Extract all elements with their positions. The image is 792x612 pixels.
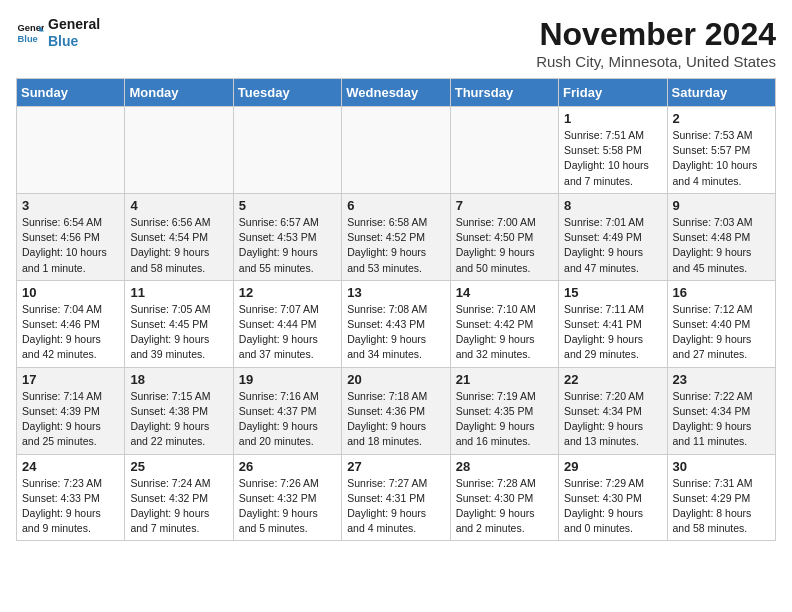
- day-detail: Sunrise: 7:05 AM Sunset: 4:45 PM Dayligh…: [130, 302, 227, 363]
- calendar-day-cell: 12Sunrise: 7:07 AM Sunset: 4:44 PM Dayli…: [233, 280, 341, 367]
- day-detail: Sunrise: 7:01 AM Sunset: 4:49 PM Dayligh…: [564, 215, 661, 276]
- day-number: 11: [130, 285, 227, 300]
- svg-text:Blue: Blue: [18, 34, 38, 44]
- day-number: 14: [456, 285, 553, 300]
- day-detail: Sunrise: 7:19 AM Sunset: 4:35 PM Dayligh…: [456, 389, 553, 450]
- day-number: 16: [673, 285, 770, 300]
- day-detail: Sunrise: 7:07 AM Sunset: 4:44 PM Dayligh…: [239, 302, 336, 363]
- day-detail: Sunrise: 7:27 AM Sunset: 4:31 PM Dayligh…: [347, 476, 444, 537]
- calendar-day-cell: 27Sunrise: 7:27 AM Sunset: 4:31 PM Dayli…: [342, 454, 450, 541]
- calendar-day-cell: 25Sunrise: 7:24 AM Sunset: 4:32 PM Dayli…: [125, 454, 233, 541]
- calendar-day-cell: 29Sunrise: 7:29 AM Sunset: 4:30 PM Dayli…: [559, 454, 667, 541]
- day-number: 9: [673, 198, 770, 213]
- calendar-day-cell: 30Sunrise: 7:31 AM Sunset: 4:29 PM Dayli…: [667, 454, 775, 541]
- day-detail: Sunrise: 7:15 AM Sunset: 4:38 PM Dayligh…: [130, 389, 227, 450]
- day-detail: Sunrise: 7:20 AM Sunset: 4:34 PM Dayligh…: [564, 389, 661, 450]
- calendar-day-cell: 18Sunrise: 7:15 AM Sunset: 4:38 PM Dayli…: [125, 367, 233, 454]
- day-detail: Sunrise: 7:29 AM Sunset: 4:30 PM Dayligh…: [564, 476, 661, 537]
- day-number: 3: [22, 198, 119, 213]
- day-detail: Sunrise: 7:12 AM Sunset: 4:40 PM Dayligh…: [673, 302, 770, 363]
- day-detail: Sunrise: 7:10 AM Sunset: 4:42 PM Dayligh…: [456, 302, 553, 363]
- logo-general: General: [48, 16, 100, 33]
- weekday-header: Monday: [125, 79, 233, 107]
- calendar-day-cell: [450, 107, 558, 194]
- day-number: 5: [239, 198, 336, 213]
- day-number: 17: [22, 372, 119, 387]
- calendar-day-cell: 15Sunrise: 7:11 AM Sunset: 4:41 PM Dayli…: [559, 280, 667, 367]
- month-title: November 2024: [536, 16, 776, 53]
- weekday-header: Friday: [559, 79, 667, 107]
- day-number: 20: [347, 372, 444, 387]
- day-number: 26: [239, 459, 336, 474]
- weekday-header: Thursday: [450, 79, 558, 107]
- day-detail: Sunrise: 7:00 AM Sunset: 4:50 PM Dayligh…: [456, 215, 553, 276]
- calendar-day-cell: 2Sunrise: 7:53 AM Sunset: 5:57 PM Daylig…: [667, 107, 775, 194]
- day-detail: Sunrise: 6:56 AM Sunset: 4:54 PM Dayligh…: [130, 215, 227, 276]
- day-number: 21: [456, 372, 553, 387]
- day-detail: Sunrise: 6:57 AM Sunset: 4:53 PM Dayligh…: [239, 215, 336, 276]
- calendar-day-cell: 17Sunrise: 7:14 AM Sunset: 4:39 PM Dayli…: [17, 367, 125, 454]
- day-number: 15: [564, 285, 661, 300]
- day-number: 4: [130, 198, 227, 213]
- calendar-day-cell: 20Sunrise: 7:18 AM Sunset: 4:36 PM Dayli…: [342, 367, 450, 454]
- calendar-day-cell: 13Sunrise: 7:08 AM Sunset: 4:43 PM Dayli…: [342, 280, 450, 367]
- day-detail: Sunrise: 7:03 AM Sunset: 4:48 PM Dayligh…: [673, 215, 770, 276]
- calendar-day-cell: 8Sunrise: 7:01 AM Sunset: 4:49 PM Daylig…: [559, 193, 667, 280]
- weekday-header: Sunday: [17, 79, 125, 107]
- day-detail: Sunrise: 7:51 AM Sunset: 5:58 PM Dayligh…: [564, 128, 661, 189]
- day-detail: Sunrise: 7:16 AM Sunset: 4:37 PM Dayligh…: [239, 389, 336, 450]
- logo-icon: General Blue: [16, 19, 44, 47]
- day-detail: Sunrise: 7:23 AM Sunset: 4:33 PM Dayligh…: [22, 476, 119, 537]
- calendar-week-row: 24Sunrise: 7:23 AM Sunset: 4:33 PM Dayli…: [17, 454, 776, 541]
- calendar-week-row: 1Sunrise: 7:51 AM Sunset: 5:58 PM Daylig…: [17, 107, 776, 194]
- calendar-day-cell: 26Sunrise: 7:26 AM Sunset: 4:32 PM Dayli…: [233, 454, 341, 541]
- day-number: 10: [22, 285, 119, 300]
- day-detail: Sunrise: 7:53 AM Sunset: 5:57 PM Dayligh…: [673, 128, 770, 189]
- day-number: 24: [22, 459, 119, 474]
- calendar-day-cell: [233, 107, 341, 194]
- day-detail: Sunrise: 7:18 AM Sunset: 4:36 PM Dayligh…: [347, 389, 444, 450]
- day-number: 8: [564, 198, 661, 213]
- calendar-day-cell: 3Sunrise: 6:54 AM Sunset: 4:56 PM Daylig…: [17, 193, 125, 280]
- day-number: 30: [673, 459, 770, 474]
- calendar-day-cell: [342, 107, 450, 194]
- weekday-header: Wednesday: [342, 79, 450, 107]
- day-detail: Sunrise: 7:14 AM Sunset: 4:39 PM Dayligh…: [22, 389, 119, 450]
- logo-blue: Blue: [48, 33, 100, 50]
- title-area: November 2024 Rush City, Minnesota, Unit…: [536, 16, 776, 70]
- logo: General Blue General Blue: [16, 16, 100, 50]
- calendar-day-cell: 28Sunrise: 7:28 AM Sunset: 4:30 PM Dayli…: [450, 454, 558, 541]
- calendar-day-cell: 14Sunrise: 7:10 AM Sunset: 4:42 PM Dayli…: [450, 280, 558, 367]
- calendar-day-cell: 1Sunrise: 7:51 AM Sunset: 5:58 PM Daylig…: [559, 107, 667, 194]
- calendar-day-cell: 7Sunrise: 7:00 AM Sunset: 4:50 PM Daylig…: [450, 193, 558, 280]
- calendar-table: SundayMondayTuesdayWednesdayThursdayFrid…: [16, 78, 776, 541]
- calendar-day-cell: 19Sunrise: 7:16 AM Sunset: 4:37 PM Dayli…: [233, 367, 341, 454]
- calendar-day-cell: 10Sunrise: 7:04 AM Sunset: 4:46 PM Dayli…: [17, 280, 125, 367]
- calendar-day-cell: 24Sunrise: 7:23 AM Sunset: 4:33 PM Dayli…: [17, 454, 125, 541]
- calendar-day-cell: 23Sunrise: 7:22 AM Sunset: 4:34 PM Dayli…: [667, 367, 775, 454]
- location: Rush City, Minnesota, United States: [536, 53, 776, 70]
- page-header: General Blue General Blue November 2024 …: [16, 16, 776, 70]
- day-number: 19: [239, 372, 336, 387]
- day-number: 2: [673, 111, 770, 126]
- day-detail: Sunrise: 7:24 AM Sunset: 4:32 PM Dayligh…: [130, 476, 227, 537]
- day-number: 6: [347, 198, 444, 213]
- day-detail: Sunrise: 7:28 AM Sunset: 4:30 PM Dayligh…: [456, 476, 553, 537]
- calendar-day-cell: 9Sunrise: 7:03 AM Sunset: 4:48 PM Daylig…: [667, 193, 775, 280]
- calendar-day-cell: 21Sunrise: 7:19 AM Sunset: 4:35 PM Dayli…: [450, 367, 558, 454]
- calendar-day-cell: 11Sunrise: 7:05 AM Sunset: 4:45 PM Dayli…: [125, 280, 233, 367]
- day-number: 28: [456, 459, 553, 474]
- day-detail: Sunrise: 7:26 AM Sunset: 4:32 PM Dayligh…: [239, 476, 336, 537]
- calendar-day-cell: 16Sunrise: 7:12 AM Sunset: 4:40 PM Dayli…: [667, 280, 775, 367]
- calendar-day-cell: 4Sunrise: 6:56 AM Sunset: 4:54 PM Daylig…: [125, 193, 233, 280]
- weekday-header: Tuesday: [233, 79, 341, 107]
- day-number: 18: [130, 372, 227, 387]
- day-detail: Sunrise: 6:58 AM Sunset: 4:52 PM Dayligh…: [347, 215, 444, 276]
- day-detail: Sunrise: 7:11 AM Sunset: 4:41 PM Dayligh…: [564, 302, 661, 363]
- day-number: 13: [347, 285, 444, 300]
- day-detail: Sunrise: 7:04 AM Sunset: 4:46 PM Dayligh…: [22, 302, 119, 363]
- day-number: 29: [564, 459, 661, 474]
- calendar-day-cell: [17, 107, 125, 194]
- day-number: 25: [130, 459, 227, 474]
- day-number: 7: [456, 198, 553, 213]
